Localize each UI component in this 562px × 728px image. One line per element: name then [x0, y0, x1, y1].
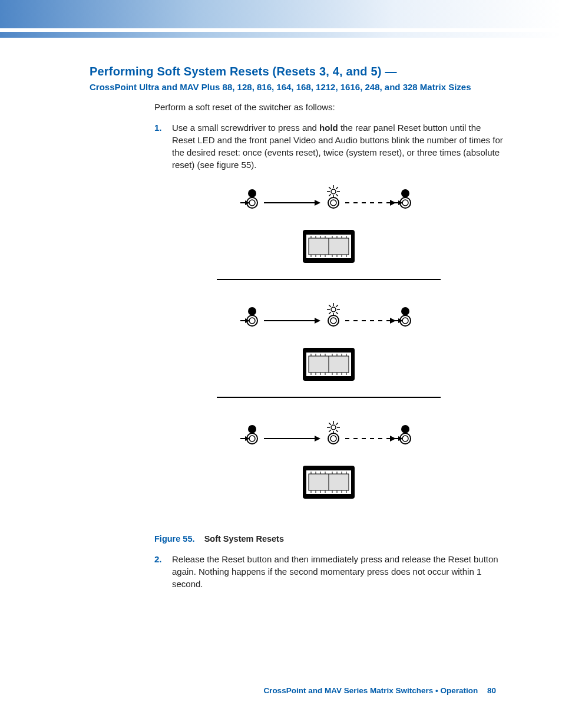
step-list: 1. Use a small screwdriver to press and …	[154, 121, 503, 171]
step-list-continued: 2. Release the Reset button and then imm…	[154, 553, 503, 590]
step-marker: 2.	[154, 553, 166, 590]
page-footer: CrossPoint and MAV Series Matrix Switche…	[0, 686, 562, 695]
reset-sequence-svg	[217, 182, 441, 529]
document-page: Performing Soft System Resets (Resets 3,…	[0, 0, 562, 728]
step-2: 2. Release the Reset button and then imm…	[154, 553, 503, 590]
section-title: Performing Soft System Resets (Resets 3,…	[90, 65, 496, 78]
section-subtitle: CrossPoint Ultra and MAV Plus 88, 128, 8…	[90, 82, 496, 92]
step-1: 1. Use a small screwdriver to press and …	[154, 121, 503, 171]
body-column: Perform a soft reset of the switcher as …	[154, 101, 503, 590]
page-number: 80	[487, 686, 496, 695]
figure-label: Figure 55.	[154, 534, 195, 543]
step-1-bold: hold	[319, 123, 338, 133]
step-2-pre: Release the Reset button and then immedi…	[172, 554, 498, 589]
step-1-pre: Use a small screwdriver to press and	[172, 123, 319, 133]
figure-55-diagram	[154, 182, 503, 529]
footer-text: CrossPoint and MAV Series Matrix Switche…	[263, 686, 478, 695]
intro-text: Perform a soft reset of the switcher as …	[154, 101, 503, 113]
step-text: Release the Reset button and then immedi…	[172, 553, 503, 590]
figure-caption: Figure 55. Soft System Resets	[154, 534, 503, 543]
step-marker: 1.	[154, 121, 166, 171]
figure-title: Soft System Resets	[204, 534, 284, 543]
step-text: Use a small screwdriver to press and hol…	[172, 121, 503, 171]
